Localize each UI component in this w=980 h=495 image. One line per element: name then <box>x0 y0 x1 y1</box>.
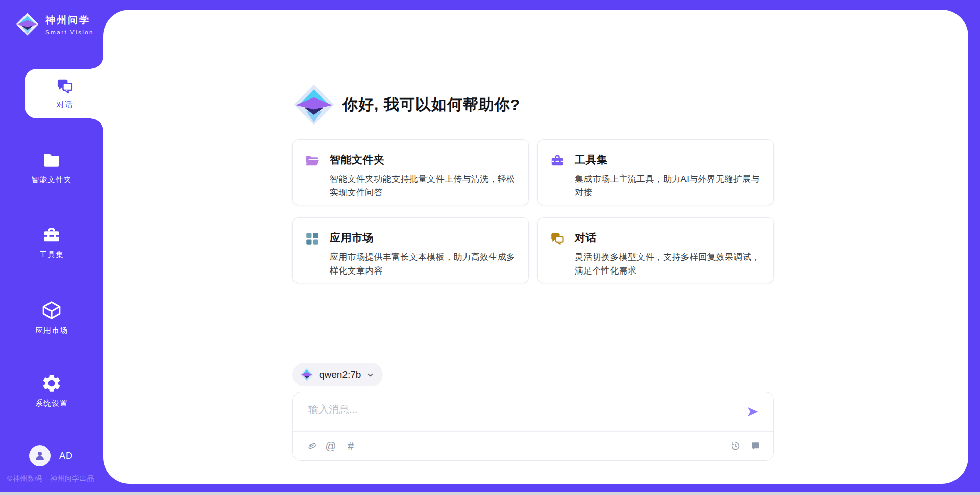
at-icon: @ <box>325 440 336 452</box>
card-smart-folder[interactable]: 智能文件夹 智能文件夹功能支持批量文件上传与清洗，轻松实现文件问答 <box>292 139 529 205</box>
page-title: 你好, 我可以如何帮助你? <box>342 94 520 115</box>
attach-button[interactable] <box>305 440 317 452</box>
cube-icon <box>41 300 62 321</box>
user-name: AD <box>59 451 73 461</box>
app-name: 神州问学 <box>45 14 94 27</box>
message-icon <box>750 440 761 452</box>
person-icon <box>33 449 46 462</box>
card-toolset[interactable]: 工具集 集成市场上主流工具，助力AI与外界无缝扩展与对接 <box>537 139 774 205</box>
avatar <box>29 445 51 466</box>
main-content: 你好, 我可以如何帮助你? 智能文件夹 智能文件夹功能支持批量文件上传与清洗，轻… <box>292 10 774 484</box>
chevron-down-icon <box>366 370 375 379</box>
footer-credit: ©神州数码 · 神州问学出品 <box>7 474 94 483</box>
send-icon <box>746 405 760 419</box>
card-description: 应用市场提供丰富长文本模板，助力高效生成多样化文章内容 <box>330 250 516 278</box>
sidebar-item-label: 工具集 <box>39 250 64 260</box>
folder-open-icon <box>305 153 320 168</box>
card-description: 灵活切换多模型文件，支持多样回复效果调试，满足个性化需求 <box>575 250 761 278</box>
greeting-diamond-icon <box>292 83 335 126</box>
user-profile[interactable]: AD <box>29 445 73 466</box>
card-title: 对话 <box>575 231 761 245</box>
history-icon <box>730 440 741 452</box>
sidebar-item-settings[interactable]: 系统设置 <box>0 373 103 408</box>
hash-icon: # <box>348 440 354 452</box>
message-input[interactable] <box>307 402 733 429</box>
chat-bubbles-icon <box>55 77 75 95</box>
sidebar-item-label: 对话 <box>56 100 74 110</box>
mention-button[interactable]: @ <box>325 440 337 452</box>
card-title: 应用市场 <box>330 231 516 245</box>
card-description: 智能文件夹功能支持批量文件上传与清洗，轻松实现文件问答 <box>330 172 516 200</box>
tab-connector-top <box>91 57 103 69</box>
card-app-market[interactable]: 应用市场 应用市场提供丰富长文本模板，助力高效生成多样化文章内容 <box>292 217 529 283</box>
chat-bubbles-icon <box>550 231 565 246</box>
sidebar-item-label: 智能文件夹 <box>31 175 72 185</box>
grid-icon <box>305 231 320 246</box>
feature-cards: 智能文件夹 智能文件夹功能支持批量文件上传与清洗，轻松实现文件问答 工具集 集成… <box>292 139 774 283</box>
app-logo: 神州问学 Smart Vision <box>15 12 94 36</box>
horizontal-scrollbar[interactable] <box>0 492 980 495</box>
topic-button[interactable]: # <box>345 440 357 452</box>
model-diamond-icon <box>300 367 314 382</box>
card-title: 工具集 <box>575 153 761 167</box>
app-root: 神州问学 Smart Vision 对话 智能文件夹 工具集 <box>0 0 980 495</box>
feedback-button[interactable] <box>749 440 762 452</box>
model-selector[interactable]: qwen2:7b <box>292 363 383 386</box>
model-name: qwen2:7b <box>319 369 361 380</box>
sidebar-item-label: 系统设置 <box>35 399 68 408</box>
sidebar-item-smart-folder[interactable]: 智能文件夹 <box>0 150 103 185</box>
composer: @ # <box>292 392 774 461</box>
greeting-row: 你好, 我可以如何帮助你? <box>292 83 520 126</box>
history-button[interactable] <box>729 440 742 452</box>
send-button[interactable] <box>745 404 761 419</box>
card-description: 集成市场上主流工具，助力AI与外界无缝扩展与对接 <box>575 172 761 200</box>
tab-connector-bottom <box>91 118 103 131</box>
sidebar-item-toolset[interactable]: 工具集 <box>0 225 103 260</box>
sidebar-item-app-market[interactable]: 应用市场 <box>0 300 103 335</box>
card-chat[interactable]: 对话 灵活切换多模型文件，支持多样回复效果调试，满足个性化需求 <box>537 217 774 283</box>
composer-toolbar: @ # <box>293 431 773 460</box>
toolbox-icon <box>41 225 62 245</box>
paperclip-icon <box>304 439 318 453</box>
gear-icon <box>41 373 62 394</box>
app-tagline: Smart Vision <box>45 29 94 35</box>
sidebar-item-label: 应用市场 <box>35 326 68 335</box>
diamond-logo-icon <box>15 12 39 36</box>
toolbox-icon <box>550 153 565 168</box>
folder-icon <box>41 150 62 170</box>
card-title: 智能文件夹 <box>330 153 516 167</box>
sidebar-item-chat[interactable]: 对话 <box>24 69 105 118</box>
